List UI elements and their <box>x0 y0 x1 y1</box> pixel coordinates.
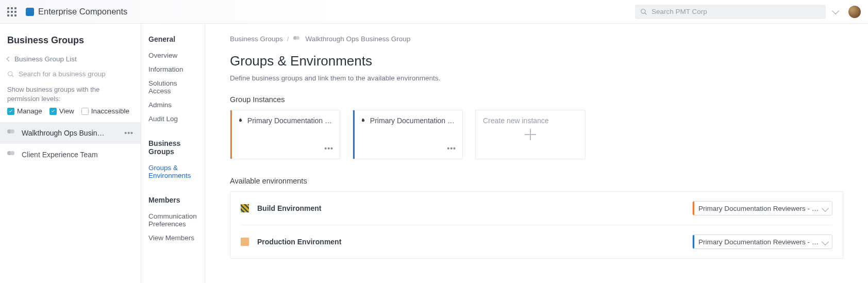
product-logo[interactable]: Enterprise Components <box>26 7 127 16</box>
plus-icon <box>525 129 536 140</box>
global-search-placeholder: Search PMT Corp <box>652 8 707 15</box>
product-name: Enterprise Components <box>38 7 127 16</box>
page-title: Groups & Environments <box>230 53 843 69</box>
nav-information[interactable]: Information <box>148 62 197 76</box>
card-more-icon[interactable]: ••• <box>447 144 456 153</box>
back-link[interactable]: Business Group List <box>0 55 141 70</box>
card-color-stripe <box>230 110 232 159</box>
breadcrumb-separator: / <box>287 35 289 43</box>
group-name: Client Experience Team <box>22 151 98 159</box>
instance-card[interactable]: Primary Documentation Re… ••• <box>230 110 340 159</box>
nav-communication-preferences[interactable]: Communication Preferences <box>148 209 197 231</box>
sidebar-group-item[interactable]: Client Experience Team <box>0 144 141 165</box>
select-color-bar <box>693 235 694 248</box>
group-icon <box>7 151 16 158</box>
nav-overview[interactable]: Overview <box>148 48 197 62</box>
header-dropdown-icon[interactable] <box>832 7 839 14</box>
environments-panel: Build Environment Primary Documentation … <box>230 191 843 259</box>
filter-row: Manage View Inaccessible <box>0 107 141 122</box>
filter-inaccessible[interactable]: Inaccessible <box>81 107 129 115</box>
search-icon <box>640 8 647 15</box>
filter-manage[interactable]: Manage <box>7 107 42 115</box>
group-icon <box>293 36 302 42</box>
filter-heading: Show business groups with the permission… <box>0 85 141 107</box>
left-sidebar: Business Groups Business Group List Sear… <box>0 24 141 283</box>
instances-heading: Group Instances <box>230 95 843 104</box>
svg-line-3 <box>12 75 14 77</box>
select-value: Primary Documentation Reviewers - B… <box>698 205 820 212</box>
instance-card[interactable]: Primary Documentation Re… ••• <box>353 110 463 159</box>
nav-admins[interactable]: Admins <box>148 98 197 112</box>
nav-audit-log[interactable]: Audit Log <box>148 112 197 126</box>
svg-line-1 <box>645 12 647 14</box>
nav-view-members[interactable]: View Members <box>148 231 197 245</box>
create-instance-label: Create new instance <box>483 116 549 125</box>
sidebar-search-input[interactable]: Search for a business group <box>0 70 141 85</box>
chevron-down-icon <box>822 238 829 245</box>
svg-point-2 <box>8 71 12 75</box>
logo-mark-icon <box>26 8 34 16</box>
group-icon <box>7 129 16 137</box>
checkbox-icon <box>81 108 89 115</box>
nav-section-title: Business Groups <box>148 139 197 156</box>
sidebar-search-placeholder: Search for a business group <box>19 70 106 78</box>
environment-row: Production Environment Primary Documenta… <box>241 225 832 258</box>
main-content: Business Groups / Walkthrough Ops Busine… <box>205 24 868 283</box>
instance-name: Primary Documentation Re… <box>370 116 456 125</box>
svg-point-0 <box>641 9 645 13</box>
environment-icon <box>241 238 249 246</box>
instance-name: Primary Documentation Re… <box>247 116 333 125</box>
environment-name: Production Environment <box>257 238 341 246</box>
environments-heading: Available environments <box>230 177 843 185</box>
app-launcher-icon[interactable] <box>7 7 16 16</box>
select-value: Primary Documentation Reviewers - P… <box>698 238 820 246</box>
create-instance-button[interactable]: Create new instance <box>475 110 586 159</box>
breadcrumb-root[interactable]: Business Groups <box>230 35 283 43</box>
chevron-down-icon <box>822 205 829 212</box>
checkbox-icon <box>49 108 57 115</box>
nav-section-title: General <box>148 35 197 43</box>
environment-instance-select[interactable]: Primary Documentation Reviewers - P… <box>692 235 832 249</box>
back-link-label: Business Group List <box>14 55 77 63</box>
more-icon[interactable]: ••• <box>124 129 133 137</box>
sidebar-title: Business Groups <box>0 35 141 55</box>
environment-row: Build Environment Primary Documentation … <box>241 192 832 225</box>
section-nav: General Overview Information Solutions A… <box>141 24 205 283</box>
chevron-left-icon <box>7 57 12 62</box>
card-color-stripe <box>353 110 355 159</box>
nav-groups-environments[interactable]: Groups & Environments <box>148 161 197 182</box>
nav-solutions-access[interactable]: Solutions Access <box>148 76 197 98</box>
environment-name: Build Environment <box>257 204 321 212</box>
user-avatar[interactable] <box>848 6 861 18</box>
page-description: Define business groups and link them to … <box>230 74 843 82</box>
environment-instance-select[interactable]: Primary Documentation Reviewers - B… <box>692 201 832 215</box>
search-icon <box>7 71 14 78</box>
sidebar-group-item[interactable]: Walkthrough Ops Business … ••• <box>0 122 141 144</box>
global-search-input[interactable]: Search PMT Corp <box>635 5 826 19</box>
checkbox-icon <box>7 108 14 115</box>
card-more-icon[interactable]: ••• <box>324 144 333 153</box>
instance-cards: Primary Documentation Re… ••• Primary Do… <box>230 110 843 159</box>
group-name: Walkthrough Ops Business … <box>22 129 107 137</box>
breadcrumb-current: Walkthrough Ops Business Group <box>306 35 411 43</box>
top-bar: Enterprise Components Search PMT Corp <box>0 0 868 24</box>
flame-icon <box>237 117 243 124</box>
environment-icon <box>241 204 249 212</box>
select-color-bar <box>693 202 694 215</box>
breadcrumb: Business Groups / Walkthrough Ops Busine… <box>230 35 843 43</box>
flame-icon <box>359 117 366 124</box>
filter-view[interactable]: View <box>49 107 74 115</box>
nav-section-title: Members <box>148 196 197 204</box>
